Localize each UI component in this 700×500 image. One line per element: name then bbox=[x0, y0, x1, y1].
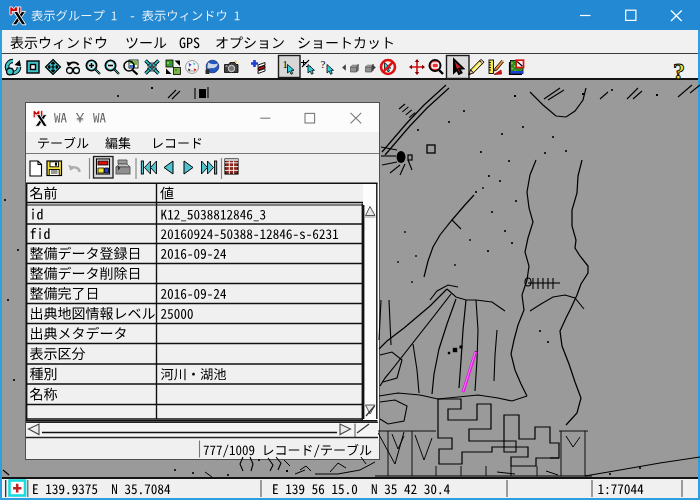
svg-text:?: ? bbox=[673, 58, 685, 84]
svg-text:1: 1 bbox=[283, 59, 288, 70]
svg-text:?: ? bbox=[321, 58, 326, 70]
